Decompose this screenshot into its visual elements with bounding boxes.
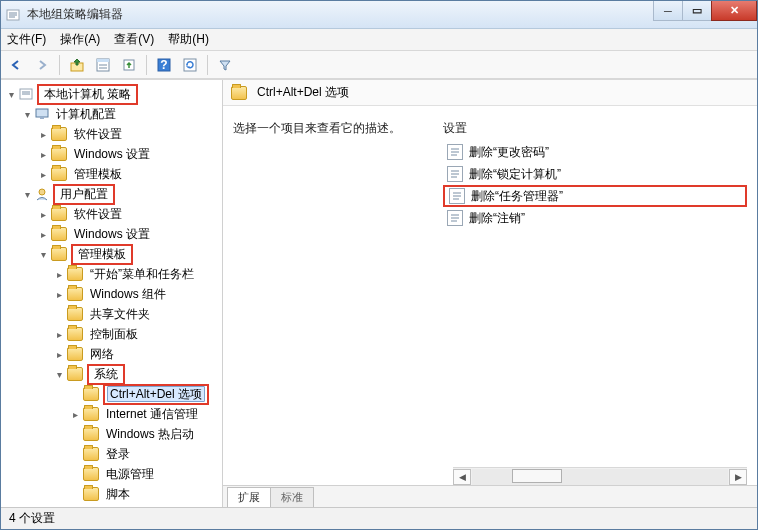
close-button[interactable]: ✕ [711,1,757,21]
up-button[interactable] [66,54,88,76]
settings-list: 删除“更改密码” 删除“锁定计算机” 删除“任务管理器” [443,141,747,229]
tree-pane[interactable]: ▾ 本地计算机 策略 ▾ 计算机配置 ▸软件设置 ▸Windows 设置 [1,80,223,507]
tree-ctrl-alt-del[interactable]: ▸Ctrl+Alt+Del 选项 [69,384,222,404]
export-button[interactable] [118,54,140,76]
collapse-icon[interactable]: ▾ [21,108,33,120]
status-text: 4 个设置 [9,510,55,527]
settings-column: 设置 删除“更改密码” 删除“锁定计算机” 删除“任务管理器” [443,114,747,467]
expand-icon[interactable]: ▸ [37,168,49,180]
tree-login[interactable]: ▸登录 [69,444,222,464]
menu-view[interactable]: 查看(V) [114,31,154,48]
menu-help[interactable]: 帮助(H) [168,31,209,48]
maximize-button[interactable]: ▭ [682,1,712,21]
folder-icon [67,307,83,321]
status-bar: 4 个设置 [1,507,757,529]
folder-icon [67,287,83,301]
title-bar: 本地组策略编辑器 ─ ▭ ✕ [1,1,757,29]
horizontal-scrollbar[interactable]: ◀ ▶ [453,467,747,485]
folder-icon [83,407,99,421]
collapse-icon[interactable]: ▾ [21,188,33,200]
folder-icon [51,227,67,241]
app-icon [5,7,21,23]
tree-uc-software[interactable]: ▸软件设置 [37,204,222,224]
properties-button[interactable] [92,54,114,76]
expand-icon[interactable]: ▸ [37,228,49,240]
folder-icon [83,427,99,441]
tree-power[interactable]: ▸电源管理 [69,464,222,484]
folder-icon [51,207,67,221]
tab-standard[interactable]: 标准 [270,487,314,507]
menu-file[interactable]: 文件(F) [7,31,46,48]
tree-uc-windows[interactable]: ▸Windows 设置 [37,224,222,244]
folder-icon [67,327,83,341]
scroll-thumb[interactable] [512,469,562,483]
expand-icon[interactable]: ▸ [37,128,49,140]
back-button[interactable] [5,54,27,76]
folder-icon [83,487,99,501]
setting-item-change-password[interactable]: 删除“更改密码” [443,141,747,163]
expand-icon[interactable]: ▸ [53,348,65,360]
tree-control-panel[interactable]: ▸控制面板 [53,324,222,344]
expand-icon[interactable]: ▸ [53,268,65,280]
tree-system[interactable]: ▾系统 [53,364,222,384]
tree-cc-admin[interactable]: ▸管理模板 [37,164,222,184]
highlight-box: 删除“任务管理器” [443,185,747,207]
description-text: 选择一个项目来查看它的描述。 [233,120,443,137]
collapse-icon[interactable]: ▾ [5,88,17,100]
policy-icon [19,87,33,101]
svg-rect-12 [184,59,196,71]
tree-scripts[interactable]: ▸脚本 [69,484,222,504]
setting-icon [447,144,463,160]
setting-item-taskmgr[interactable]: 删除“任务管理器” [443,185,747,207]
content-area: ▾ 本地计算机 策略 ▾ 计算机配置 ▸软件设置 ▸Windows 设置 [1,79,757,507]
svg-rect-16 [36,109,48,117]
tree-user-config[interactable]: ▾ 用户配置 [21,184,222,204]
tree-computer-config[interactable]: ▾ 计算机配置 [21,104,222,124]
tree-internet-comm[interactable]: ▸Internet 通信管理 [69,404,222,424]
minimize-button[interactable]: ─ [653,1,683,21]
scroll-right-button[interactable]: ▶ [729,469,747,485]
tree-cc-software[interactable]: ▸软件设置 [37,124,222,144]
tree-start-taskbar[interactable]: ▸“开始”菜单和任务栏 [53,264,222,284]
help-button[interactable]: ? [153,54,175,76]
folder-icon [51,247,67,261]
expand-icon[interactable]: ▸ [37,148,49,160]
scroll-track[interactable] [472,469,728,485]
scroll-left-button[interactable]: ◀ [453,469,471,485]
menu-action[interactable]: 操作(A) [60,31,100,48]
setting-item-logoff[interactable]: 删除“注销” [443,207,747,229]
tree-win-components[interactable]: ▸Windows 组件 [53,284,222,304]
toolbar-separator [146,55,147,75]
tab-extended[interactable]: 扩展 [227,487,271,507]
view-tabs: 扩展 标准 [223,485,757,507]
tree-shared-folders[interactable]: ▸共享文件夹 [53,304,222,324]
svg-text:?: ? [160,58,167,72]
setting-icon [447,210,463,226]
forward-button[interactable] [31,54,53,76]
expand-icon[interactable]: ▸ [53,328,65,340]
window-controls: ─ ▭ ✕ [654,1,757,21]
expand-icon[interactable]: ▸ [37,208,49,220]
tree-root[interactable]: ▾ 本地计算机 策略 [5,84,222,104]
toolbar: ? [1,51,757,79]
details-body: 选择一个项目来查看它的描述。 设置 删除“更改密码” 删除“锁定计算机” [223,106,757,467]
folder-icon [83,447,99,461]
column-header-settings[interactable]: 设置 [443,120,747,137]
tree-uc-admin[interactable]: ▾管理模板 [37,244,222,264]
filter-button[interactable] [214,54,236,76]
svg-point-18 [39,189,45,195]
folder-icon [51,147,67,161]
expand-icon[interactable]: ▸ [69,408,81,420]
setting-item-lock[interactable]: 删除“锁定计算机” [443,163,747,185]
refresh-button[interactable] [179,54,201,76]
computer-icon [35,107,49,121]
tree-network[interactable]: ▸网络 [53,344,222,364]
tree-cc-windows[interactable]: ▸Windows 设置 [37,144,222,164]
expand-icon[interactable]: ▸ [53,288,65,300]
svg-rect-6 [97,59,109,62]
collapse-icon[interactable]: ▾ [37,248,49,260]
highlight-box: 管理模板 [71,244,133,265]
collapse-icon[interactable]: ▾ [53,368,65,380]
toolbar-separator [207,55,208,75]
tree-win-hotstart[interactable]: ▸Windows 热启动 [69,424,222,444]
